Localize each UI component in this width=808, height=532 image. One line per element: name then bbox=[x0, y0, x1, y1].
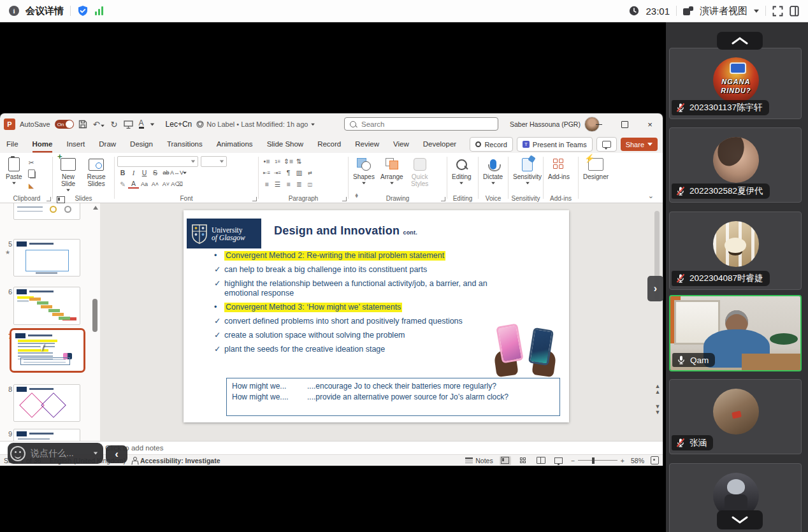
justify-icon[interactable]: ≣ bbox=[294, 180, 305, 189]
meeting-info-icon[interactable]: i bbox=[9, 6, 19, 16]
share-button[interactable]: Share bbox=[621, 138, 658, 151]
bullets-icon[interactable]: •≡ bbox=[261, 157, 272, 166]
network-signal-icon[interactable] bbox=[95, 6, 103, 15]
participant-tile-2[interactable]: 2022302582夏伊代 bbox=[669, 127, 802, 203]
sort-icon[interactable]: ⇅ bbox=[294, 157, 305, 166]
quick-styles-button[interactable]: Quick Styles bbox=[407, 155, 433, 189]
collapse-chat-button[interactable]: ‹ bbox=[106, 445, 127, 463]
zoom-slider[interactable]: −+ bbox=[571, 457, 624, 464]
ribbon-tab-review[interactable]: Review bbox=[355, 137, 379, 151]
expand-panel-button[interactable]: › bbox=[647, 276, 663, 301]
drawing-dialog-launcher[interactable] bbox=[441, 197, 445, 201]
ribbon-tab-file[interactable]: File bbox=[6, 137, 18, 151]
addins-button[interactable]: Add-ins bbox=[546, 155, 572, 182]
sidebar-toggle-icon[interactable] bbox=[790, 6, 799, 17]
security-shield-icon[interactable] bbox=[77, 5, 89, 17]
chat-quick-input[interactable]: 说点什么... bbox=[8, 443, 103, 464]
search-input[interactable] bbox=[360, 120, 493, 129]
thumbnail-scrollbar[interactable] bbox=[92, 206, 98, 438]
participant-tile-1[interactable]: NGANARINDU?2023301137陈宇轩 bbox=[669, 48, 802, 119]
dictate-button[interactable]: Dictate bbox=[481, 155, 505, 186]
character-spacing-icon[interactable]: A↔V bbox=[171, 168, 182, 178]
designer-button[interactable]: Designer bbox=[581, 155, 610, 182]
chat-input[interactable]: 说点什么... bbox=[31, 448, 88, 459]
slide-thumbnail-8[interactable] bbox=[13, 384, 80, 422]
change-case-icon[interactable]: Aa bbox=[139, 180, 150, 189]
qat-overflow-icon[interactable] bbox=[150, 123, 154, 126]
scroll-up-icon[interactable] bbox=[93, 206, 98, 210]
reuse-slides-button[interactable]: Reuse Slides bbox=[83, 155, 110, 189]
ribbon-tab-slide-show[interactable]: Slide Show bbox=[267, 137, 304, 151]
strikethrough-icon[interactable]: S bbox=[150, 168, 161, 178]
fullscreen-icon[interactable] bbox=[772, 6, 783, 17]
search-box[interactable] bbox=[344, 117, 498, 131]
align-left-icon[interactable]: ≡ bbox=[261, 180, 272, 189]
paste-button[interactable]: Paste bbox=[4, 155, 24, 186]
ribbon-tab-design[interactable]: Design bbox=[130, 137, 153, 151]
highlight-pen-icon[interactable]: ✎ bbox=[117, 180, 128, 189]
align-center-icon[interactable]: ☰ bbox=[272, 180, 283, 189]
autosave-toggle[interactable]: On bbox=[55, 120, 74, 129]
line-spacing-icon[interactable]: ⇕≡ bbox=[283, 157, 294, 166]
zoom-percentage[interactable]: 58% bbox=[631, 457, 644, 464]
selected-slide-frame[interactable] bbox=[10, 328, 85, 373]
fit-slide-to-window-icon[interactable] bbox=[651, 456, 659, 464]
document-title[interactable]: Lec+Cn bbox=[166, 120, 192, 129]
slide-thumbnail-6[interactable] bbox=[13, 287, 80, 325]
font-dialog-launcher[interactable] bbox=[252, 197, 257, 201]
sensitivity-label-status[interactable]: No Label • Last Modified: 1h ago bbox=[196, 120, 315, 128]
ribbon-tab-view[interactable]: View bbox=[393, 137, 409, 151]
sensitivity-button[interactable]: Sensitivity bbox=[511, 155, 544, 186]
font-size-combobox[interactable] bbox=[201, 156, 227, 167]
scroll-participants-down-button[interactable] bbox=[717, 510, 763, 529]
zoom-slider-thumb[interactable] bbox=[592, 457, 595, 464]
paragraph-dialog-launcher[interactable] bbox=[342, 197, 347, 201]
ribbon-tab-record[interactable]: Record bbox=[317, 137, 341, 151]
accessibility-status[interactable]: Accessibility: Investigate bbox=[140, 457, 220, 464]
record-button[interactable]: Record bbox=[470, 137, 512, 152]
view-mode-selector[interactable]: 演讲者视图 bbox=[700, 5, 747, 17]
increase-indent-icon[interactable]: ⇥≡ bbox=[272, 168, 283, 178]
participant-tile-4[interactable]: Qam bbox=[669, 295, 802, 371]
shrink-font-icon[interactable]: A˅ bbox=[161, 180, 171, 189]
ribbon-tab-animations[interactable]: Animations bbox=[217, 137, 253, 151]
ribbon-tab-developer[interactable]: Developer bbox=[423, 137, 456, 151]
slideshow-view-button[interactable] bbox=[553, 456, 565, 465]
align-right-icon[interactable]: ≡ bbox=[283, 180, 294, 189]
numbering-icon[interactable]: 1≡ bbox=[272, 157, 283, 166]
normal-view-button[interactable] bbox=[500, 456, 511, 465]
italic-icon[interactable]: I bbox=[128, 168, 139, 178]
font-name-combobox[interactable] bbox=[117, 156, 198, 167]
decrease-indent-icon[interactable]: ⇤≡ bbox=[261, 168, 272, 178]
font-color-icon[interactable]: A bbox=[139, 120, 144, 129]
undo-icon[interactable]: ↶ bbox=[93, 120, 105, 129]
copy-icon[interactable] bbox=[26, 169, 37, 178]
cut-icon[interactable]: ✂ bbox=[26, 157, 37, 167]
chevron-down-icon[interactable] bbox=[94, 452, 97, 455]
redo-icon[interactable]: ↻ bbox=[111, 120, 118, 129]
slide-thumbnail-5[interactable] bbox=[13, 239, 80, 277]
clipboard-dialog-launcher[interactable] bbox=[47, 197, 51, 201]
new-slide-button[interactable]: New Slide bbox=[55, 155, 81, 193]
start-slideshow-icon[interactable] bbox=[124, 120, 133, 129]
text-direction-icon[interactable]: ⇄ bbox=[305, 168, 315, 178]
ribbon-tab-transitions[interactable]: Transitions bbox=[167, 137, 203, 151]
arrange-button[interactable]: Arrange bbox=[379, 155, 405, 186]
chevron-down-icon[interactable] bbox=[183, 171, 187, 174]
slide-sorter-view-button[interactable] bbox=[517, 456, 529, 465]
scrollbar-thumb[interactable] bbox=[92, 299, 97, 332]
grow-font-icon[interactable]: A˄ bbox=[150, 180, 161, 189]
ribbon-tab-insert[interactable]: Insert bbox=[66, 137, 85, 151]
collapse-ribbon-icon[interactable]: ⌄ bbox=[648, 192, 654, 200]
slide-editing-surface[interactable]: University of Glasgow Design and Innovat… bbox=[184, 210, 569, 422]
present-in-teams-button[interactable]: TPresent in Teams bbox=[517, 137, 593, 152]
convert-smartart-icon[interactable]: ◫ bbox=[305, 180, 315, 189]
clear-formatting-icon[interactable]: A⌫ bbox=[171, 180, 182, 189]
emoji-icon[interactable] bbox=[10, 446, 25, 461]
reading-view-button[interactable] bbox=[535, 456, 547, 465]
minimize-button[interactable] bbox=[586, 113, 612, 135]
slide-thumbnail-partial[interactable] bbox=[13, 203, 80, 220]
participant-tile-3[interactable]: 2022304087时睿婕 bbox=[669, 212, 802, 290]
powerpoint-logo-icon[interactable]: P bbox=[4, 119, 15, 130]
bold-icon[interactable]: B bbox=[117, 168, 128, 178]
